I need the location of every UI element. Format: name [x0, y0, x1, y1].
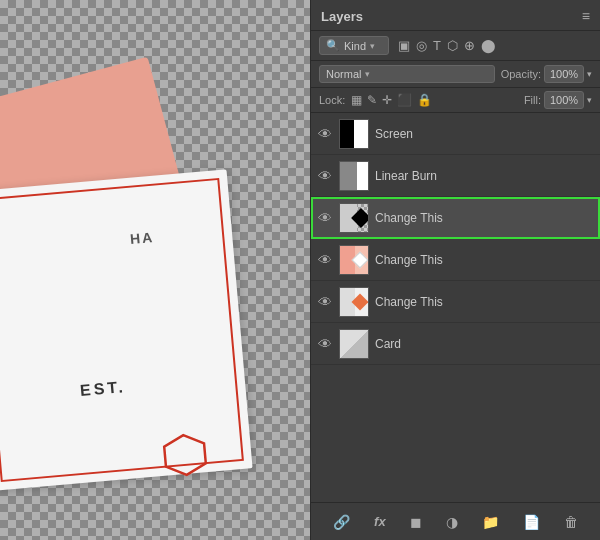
panel-header: Layers ≡ — [311, 0, 600, 31]
layer-item-change-this-1[interactable]: 👁 Change This — [311, 197, 600, 239]
pixel-filter-icon[interactable]: ▣ — [398, 38, 410, 53]
card-logo-svg — [158, 428, 212, 482]
lock-row: Lock: ▦ ✎ ✛ ⬛ 🔒 Fill: 100% ▾ — [311, 88, 600, 113]
layer-item-screen[interactable]: 👁 Screen — [311, 113, 600, 155]
layer-thumbnail-card — [339, 329, 369, 359]
svg-marker-0 — [163, 433, 206, 476]
lock-position-icon[interactable]: ✎ — [367, 93, 377, 107]
fill-group: Fill: 100% ▾ — [524, 91, 592, 109]
lock-icons: ▦ ✎ ✛ ⬛ 🔒 — [351, 93, 432, 107]
white-card — [0, 169, 253, 491]
toggle-filter-icon[interactable]: ⬤ — [481, 38, 496, 53]
blend-mode-dropdown[interactable]: Normal ▾ — [319, 65, 495, 83]
layer-thumbnail-change-this-3 — [339, 287, 369, 317]
layer-item-linear-burn[interactable]: 👁 Linear Burn — [311, 155, 600, 197]
lock-pixels-icon[interactable]: ▦ — [351, 93, 362, 107]
layer-visibility-change-this-3[interactable]: 👁 — [317, 294, 333, 310]
layer-name-change-this-2: Change This — [375, 253, 594, 267]
layer-name-linear-burn: Linear Burn — [375, 169, 594, 183]
search-icon: 🔍 — [326, 39, 340, 52]
adjustment-layer-icon[interactable]: ◑ — [443, 511, 461, 533]
blend-chevron-icon: ▾ — [365, 69, 370, 79]
kind-dropdown[interactable]: 🔍 Kind ▾ — [319, 36, 389, 55]
filter-icons: ▣ ◎ T ⬡ ⊕ ⬤ — [398, 38, 496, 53]
layers-panel: Layers ≡ 🔍 Kind ▾ ▣ ◎ T ⬡ ⊕ ⬤ Normal ▾ O… — [310, 0, 600, 540]
smart-filter-icon[interactable]: ⊕ — [464, 38, 475, 53]
filter-bar: 🔍 Kind ▾ ▣ ◎ T ⬡ ⊕ ⬤ — [311, 31, 600, 61]
fx-icon[interactable]: fx — [371, 511, 389, 532]
lock-move-icon[interactable]: ✛ — [382, 93, 392, 107]
layer-thumbnail-screen — [339, 119, 369, 149]
opacity-group: Opacity: 100% ▾ — [501, 65, 592, 83]
layer-visibility-card[interactable]: 👁 — [317, 336, 333, 352]
adjustment-filter-icon[interactable]: ◎ — [416, 38, 427, 53]
layers-list: 👁 Screen 👁 Linear Burn 👁 Change This — [311, 113, 600, 502]
add-layer-mask-icon[interactable]: ◼ — [407, 511, 425, 533]
delete-layer-icon[interactable]: 🗑 — [561, 511, 581, 533]
layer-thumbnail-change-this-2 — [339, 245, 369, 275]
link-layers-icon[interactable]: 🔗 — [330, 511, 353, 533]
layer-visibility-change-this-2[interactable]: 👁 — [317, 252, 333, 268]
layer-visibility-linear-burn[interactable]: 👁 — [317, 168, 333, 184]
panel-menu-icon[interactable]: ≡ — [582, 8, 590, 24]
opacity-label: Opacity: — [501, 68, 541, 80]
shape-filter-icon[interactable]: ⬡ — [447, 38, 458, 53]
kind-chevron-icon: ▾ — [370, 41, 375, 51]
fill-label: Fill: — [524, 94, 541, 106]
mockup-layer: HA EST. — [0, 0, 310, 540]
new-layer-icon[interactable]: 📄 — [520, 511, 543, 533]
layer-thumbnail-change-this-1 — [339, 203, 369, 233]
layer-visibility-screen[interactable]: 👁 — [317, 126, 333, 142]
layer-item-card[interactable]: 👁 Card — [311, 323, 600, 365]
layer-name-card: Card — [375, 337, 594, 351]
opacity-chevron-icon: ▾ — [587, 69, 592, 79]
layer-name-change-this-3: Change This — [375, 295, 594, 309]
layer-name-change-this-1: Change This — [375, 211, 594, 225]
blend-row: Normal ▾ Opacity: 100% ▾ — [311, 61, 600, 88]
layer-thumbnail-linear-burn — [339, 161, 369, 191]
fill-input[interactable]: 100% — [544, 91, 584, 109]
layer-item-change-this-3[interactable]: 👁 Change This — [311, 281, 600, 323]
kind-label: Kind — [344, 40, 366, 52]
opacity-input[interactable]: 100% — [544, 65, 584, 83]
blend-mode-label: Normal — [326, 68, 361, 80]
layer-name-screen: Screen — [375, 127, 594, 141]
card-text-ha: HA — [129, 229, 155, 247]
fill-chevron-icon: ▾ — [587, 95, 592, 105]
lock-label: Lock: — [319, 94, 345, 106]
panel-toolbar: 🔗 fx ◼ ◑ 📁 📄 🗑 — [311, 502, 600, 540]
panel-title: Layers — [321, 9, 363, 24]
layer-item-change-this-2[interactable]: 👁 Change This — [311, 239, 600, 281]
canvas-area: HA EST. — [0, 0, 310, 540]
layer-visibility-change-this-1[interactable]: 👁 — [317, 210, 333, 226]
lock-all-icon[interactable]: 🔒 — [417, 93, 432, 107]
text-filter-icon[interactable]: T — [433, 38, 441, 53]
lock-artboard-icon[interactable]: ⬛ — [397, 93, 412, 107]
new-group-icon[interactable]: 📁 — [479, 511, 502, 533]
